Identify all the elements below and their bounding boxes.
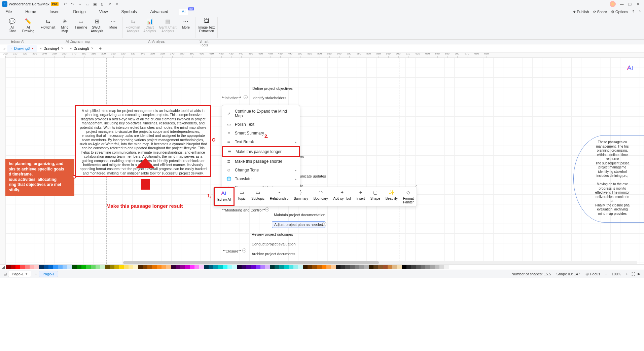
color-swatch[interactable] [157,265,162,269]
ftb-topic[interactable]: ▭Topic [235,187,249,206]
color-swatch[interactable] [326,265,331,269]
color-swatch[interactable] [129,265,133,269]
color-swatch[interactable] [265,265,270,269]
fullscreen-icon[interactable]: ▶ [636,271,642,277]
ftb-subtopic[interactable]: ▭Subtopic [249,187,267,206]
collapse-icon[interactable]: − [242,248,246,252]
open-icon[interactable]: ▭ [85,1,90,7]
ribbon-image text-extraction[interactable]: 🖼Image TextExtraction [198,17,215,33]
ftb-add-symbol[interactable]: ✦Add symbol [331,187,354,206]
menu-advanced[interactable]: Advanced [148,9,171,15]
node-archive-docs[interactable]: Archive project documents [250,251,297,257]
color-swatch[interactable] [152,265,157,269]
color-swatch[interactable] [91,265,96,269]
color-swatch[interactable] [204,265,209,269]
color-swatch[interactable] [416,265,421,269]
color-swatch[interactable] [223,265,227,269]
ftb-relationship[interactable]: ~Relationship [267,187,291,206]
ftb-beautify[interactable]: ✨Beautify [383,187,400,206]
collapse-ribbon-icon[interactable]: ⌃ [638,10,641,14]
ctx-smart-summary[interactable]: ≡Smart Summary [222,129,300,138]
print-icon[interactable]: ⎙ [100,1,105,7]
color-swatch[interactable] [388,265,392,269]
node-maintain-doc[interactable]: Maintain project documentation [272,212,327,218]
color-swatch[interactable] [449,265,454,269]
menu-insert[interactable]: Insert [47,9,62,15]
color-swatch[interactable] [293,265,298,269]
collapse-icon[interactable]: − [265,207,269,211]
color-swatch[interactable] [275,265,279,269]
doc-tab[interactable]: ▫Drawing5× [67,45,97,52]
close-toolbar-icon[interactable]: ↗ [415,184,417,188]
menu-design[interactable]: Design [70,9,88,15]
ribbon-flowchart[interactable]: ⇆Flowchart [41,17,55,33]
options-button[interactable]: ⚙ Options [611,10,628,14]
qat-more-icon[interactable]: ▾ [114,1,120,7]
scrollbar-thumb[interactable] [123,261,379,264]
color-swatch[interactable] [298,265,303,269]
ctx-continue-to-expand-the-mind-map[interactable]: ↗Continue to Expand the Mind Map [222,107,300,120]
color-swatch[interactable] [143,265,147,269]
ctx-make-this-passage-shorter[interactable]: ≣Make this passage shorter [222,157,300,166]
color-swatch[interactable] [256,265,260,269]
color-swatch[interactable] [180,265,185,269]
node-adjust-plan[interactable]: Adjust project plan as needed [272,221,325,228]
color-swatch[interactable] [30,265,34,269]
undo-icon[interactable]: ↶ [63,1,68,7]
color-swatch[interactable] [110,265,114,269]
menu-home[interactable]: Home [23,9,39,15]
color-swatch[interactable] [105,265,110,269]
menu-view[interactable]: View [97,9,111,15]
color-swatch[interactable] [199,265,204,269]
color-swatch[interactable] [81,265,86,269]
color-swatch[interactable] [176,265,180,269]
page-tab[interactable]: Page-1 ▾ [8,271,31,277]
node-define-objectives[interactable]: Define project objectives [250,85,295,91]
color-swatch[interactable] [124,265,129,269]
color-swatch[interactable] [411,265,416,269]
color-swatch[interactable] [86,265,91,269]
ribbon-flowchart-analysis[interactable]: ⇆FlowchartAnalysis [126,17,140,33]
color-swatch[interactable] [39,265,44,269]
fit-page-icon[interactable]: ⛶ [630,271,636,277]
eyedropper-icon[interactable]: ◢ [1,265,6,269]
ftb-insert[interactable]: +Insert [354,187,368,206]
node-identify-stakeholders[interactable]: Identify stakeholders [250,95,288,101]
color-swatch[interactable] [58,265,63,269]
ftb-format-painter[interactable]: ◇Format Painter [400,187,417,206]
color-swatch[interactable] [260,265,265,269]
menu-ai[interactable]: AI Hot [179,9,188,15]
color-swatch[interactable] [373,265,378,269]
color-swatch[interactable] [369,265,373,269]
close-icon[interactable]: ✕ [634,1,642,7]
color-swatch[interactable] [48,265,53,269]
color-swatch[interactable] [237,265,242,269]
color-swatch[interactable] [251,265,256,269]
color-swatch[interactable] [72,265,77,269]
color-swatch[interactable] [119,265,124,269]
color-swatch[interactable] [444,265,449,269]
color-swatch[interactable] [383,265,388,269]
color-swatch[interactable] [185,265,190,269]
expand-icon[interactable]: + [322,222,326,226]
color-swatch[interactable] [133,265,138,269]
color-swatch[interactable] [63,265,67,269]
ribbon-more[interactable]: ⋯More [106,17,120,33]
color-swatch[interactable] [303,265,308,269]
save-icon[interactable]: ▣ [92,1,98,7]
maximize-icon[interactable]: ▢ [626,1,634,7]
color-swatch[interactable] [77,265,81,269]
color-swatch[interactable] [341,265,345,269]
ribbon-mind-map[interactable]: ✳MindMap [58,17,71,33]
color-swatch[interactable] [166,265,171,269]
color-swatch[interactable] [355,265,359,269]
color-swatch[interactable] [430,265,435,269]
minimize-icon[interactable]: — [618,1,626,7]
color-swatch[interactable] [147,265,152,269]
color-swatch[interactable] [359,265,364,269]
close-tab-icon[interactable]: × [91,46,94,51]
color-swatch[interactable] [138,265,143,269]
ctx-translate[interactable]: 🌐Translate▸ [222,174,300,183]
ribbon-more[interactable]: ⋯More [179,17,192,33]
color-swatch[interactable] [114,265,119,269]
